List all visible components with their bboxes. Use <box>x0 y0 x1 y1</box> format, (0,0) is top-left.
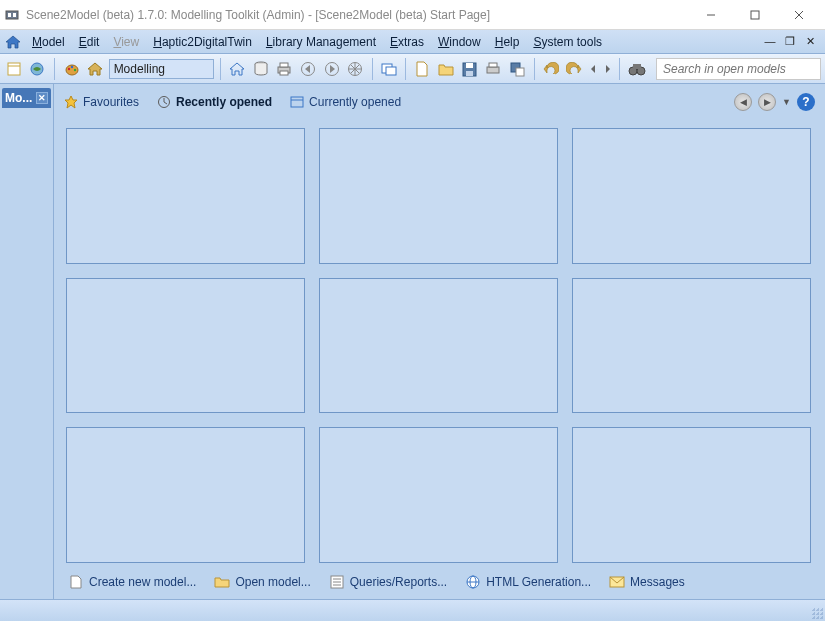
svg-rect-36 <box>489 63 497 67</box>
sidebar-tab-model[interactable]: Mo... ✕ <box>2 88 51 108</box>
link-messages[interactable]: Messages <box>609 575 685 589</box>
recent-card[interactable] <box>572 278 811 414</box>
print2-button[interactable] <box>483 58 504 80</box>
nav-next-button[interactable]: ▶ <box>758 93 776 111</box>
recent-card[interactable] <box>319 278 558 414</box>
svg-rect-38 <box>516 68 524 76</box>
recent-card[interactable] <box>66 427 305 563</box>
search-input[interactable] <box>656 58 821 80</box>
svg-rect-4 <box>751 11 759 19</box>
mode-selector[interactable] <box>109 59 214 79</box>
sidebar: Mo... ✕ <box>0 84 54 599</box>
print-button[interactable] <box>274 58 295 80</box>
mdi-close-button[interactable]: ✕ <box>803 35 817 48</box>
menu-item-help[interactable]: Help <box>489 33 528 51</box>
save-layout-button[interactable] <box>507 58 528 80</box>
recent-card[interactable] <box>319 427 558 563</box>
link-html-gen[interactable]: HTML Generation... <box>465 575 591 589</box>
close-button[interactable] <box>777 1 821 29</box>
envelope-icon <box>609 575 625 589</box>
tab-favourites[interactable]: Favourites <box>64 95 139 109</box>
menu-item-window[interactable]: Window <box>432 33 489 51</box>
link-open-label: Open model... <box>235 575 310 589</box>
app-icon <box>4 7 20 23</box>
binoculars-icon <box>626 62 647 76</box>
minimize-button[interactable] <box>689 1 733 29</box>
recent-card[interactable] <box>319 128 558 264</box>
svg-point-14 <box>73 69 75 71</box>
globe-icon <box>465 575 481 589</box>
status-bar <box>0 599 825 621</box>
window-title: Scene2Model (beta) 1.7.0: Modelling Tool… <box>26 8 689 22</box>
svg-marker-40 <box>606 65 610 73</box>
home-page-button[interactable] <box>227 58 248 80</box>
maximize-button[interactable] <box>733 1 777 29</box>
menu-item-model[interactable]: Model <box>26 33 73 51</box>
svg-marker-15 <box>88 63 102 75</box>
undo-button[interactable] <box>540 58 561 80</box>
menu-item-library-management[interactable]: Library Management <box>260 33 384 51</box>
svg-rect-2 <box>13 13 16 17</box>
open-folder-button[interactable] <box>436 58 457 80</box>
recent-card[interactable] <box>572 427 811 563</box>
nav-forward-button[interactable] <box>321 58 342 80</box>
recent-card[interactable] <box>66 278 305 414</box>
svg-marker-39 <box>591 65 595 73</box>
svg-rect-19 <box>280 63 288 67</box>
redo-button[interactable] <box>564 58 585 80</box>
menu-item-edit[interactable]: Edit <box>73 33 108 51</box>
mdi-restore-button[interactable]: ❐ <box>783 35 797 48</box>
link-queries-label: Queries/Reports... <box>350 575 447 589</box>
new-doc-button[interactable] <box>412 58 433 80</box>
tab-favourites-label: Favourites <box>83 95 139 109</box>
nav-back-button[interactable] <box>298 58 319 80</box>
link-create-model[interactable]: Create new model... <box>68 575 196 589</box>
nav-prev-button[interactable]: ◀ <box>734 93 752 111</box>
star-icon <box>64 95 78 109</box>
main-panel: Favourites Recently opened Currently ope… <box>54 84 825 599</box>
svg-rect-1 <box>8 13 11 17</box>
window-icon <box>290 95 304 109</box>
svg-point-13 <box>70 66 72 68</box>
svg-rect-33 <box>466 63 473 68</box>
svg-rect-34 <box>466 71 473 76</box>
svg-rect-48 <box>291 97 303 107</box>
save-button[interactable] <box>459 58 480 80</box>
tab-currently-opened[interactable]: Currently opened <box>290 95 401 109</box>
recent-card[interactable] <box>66 128 305 264</box>
home-toolbar-button[interactable] <box>85 58 106 80</box>
recent-card[interactable] <box>572 128 811 264</box>
database-button[interactable] <box>250 58 271 80</box>
toolbar <box>0 54 825 84</box>
link-queries[interactable]: Queries/Reports... <box>329 575 447 589</box>
link-messages-label: Messages <box>630 575 685 589</box>
svg-rect-43 <box>633 64 641 69</box>
folder-icon <box>214 575 230 589</box>
tab-recently-label: Recently opened <box>176 95 272 109</box>
menu-item-extras[interactable]: Extras <box>384 33 432 51</box>
menu-item-system-tools[interactable]: System tools <box>527 33 610 51</box>
paint-button[interactable] <box>61 58 82 80</box>
mdi-minimize-button[interactable]: — <box>763 35 777 48</box>
home-menu-icon[interactable] <box>4 35 22 49</box>
sidebar-tab-label: Mo... <box>5 91 32 105</box>
nav-icon-button[interactable] <box>345 58 366 80</box>
svg-rect-35 <box>487 67 499 73</box>
svg-rect-20 <box>280 71 288 75</box>
menu-item-haptic2digitaltwin[interactable]: Haptic2DigitalTwin <box>147 33 260 51</box>
svg-marker-22 <box>305 65 310 73</box>
window-list-button[interactable] <box>379 58 400 80</box>
nav-left-small-button[interactable] <box>588 58 599 80</box>
world-drop-button[interactable] <box>28 58 49 80</box>
help-button[interactable]: ? <box>797 93 815 111</box>
link-open-model[interactable]: Open model... <box>214 575 310 589</box>
tab-recently-opened[interactable]: Recently opened <box>157 95 272 109</box>
nav-right-small-button[interactable] <box>602 58 613 80</box>
new-sheet-button[interactable] <box>4 58 25 80</box>
svg-marker-7 <box>6 36 20 48</box>
svg-rect-0 <box>6 11 18 19</box>
menu-bar: ModelEditViewHaptic2DigitalTwinLibrary M… <box>0 30 825 54</box>
sidebar-tab-close-icon[interactable]: ✕ <box>36 92 48 104</box>
title-bar: Scene2Model (beta) 1.7.0: Modelling Tool… <box>0 0 825 30</box>
chevron-down-icon[interactable]: ▼ <box>782 97 791 107</box>
